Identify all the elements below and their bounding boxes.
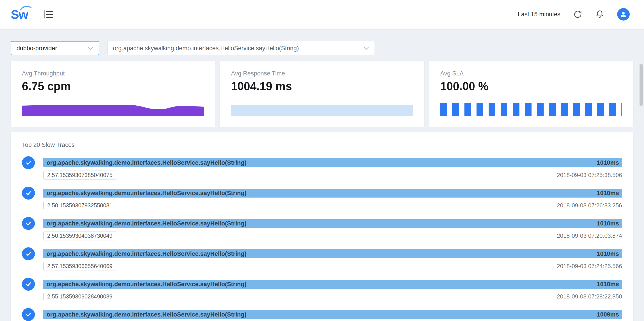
skywalking-dashboard: Sw Last 15 minutes (0, 0, 644, 321)
service-select-value: dubbo-provider (16, 45, 57, 52)
trace-duration-bar[interactable]: org.apache.skywalking.demo.interfaces.He… (44, 158, 622, 167)
trace-duration-bar[interactable]: org.apache.skywalking.demo.interfaces.He… (44, 280, 622, 289)
throughput-sparkline (22, 103, 204, 116)
trace-timestamp: 2018-09-03 07:20:03.874 (557, 232, 622, 239)
trace-meta: 2.57.15359307385040075 2018-09-03 07:25:… (44, 170, 622, 180)
user-icon (620, 10, 627, 18)
metric-value: 1004.19 ms (231, 80, 413, 93)
trace-meta: 2.55.15359309028490089 2018-09-03 07:28:… (44, 292, 622, 301)
trace-endpoint: org.apache.skywalking.demo.interfaces.He… (46, 220, 246, 227)
trace-row[interactable]: org.apache.skywalking.demo.interfaces.He… (22, 189, 622, 210)
time-range-selector[interactable]: Last 15 minutes (518, 11, 560, 18)
check-circle-icon (22, 278, 35, 291)
metric-label: Avg SLA (440, 70, 622, 77)
avg-response-time-card: Avg Response Time 1004.19 ms (220, 61, 424, 127)
app-header: Sw Last 15 minutes (0, 0, 644, 28)
trace-duration: 1010ms (597, 220, 619, 227)
avg-throughput-card: Avg Throughput 6.75 cpm (11, 61, 215, 127)
trace-duration-bar[interactable]: org.apache.skywalking.demo.interfaces.He… (44, 219, 622, 228)
trace-endpoint: org.apache.skywalking.demo.interfaces.He… (46, 190, 246, 197)
chevron-down-icon (363, 46, 369, 50)
header-left: Sw (11, 7, 54, 22)
trace-duration: 1010ms (597, 281, 619, 288)
trace-duration-bar[interactable]: org.apache.skywalking.demo.interfaces.He… (44, 189, 622, 197)
header-right: Last 15 minutes (518, 8, 630, 20)
trace-row[interactable]: org.apache.skywalking.demo.interfaces.He… (22, 310, 622, 319)
user-avatar[interactable] (617, 8, 630, 20)
trace-duration: 1009ms (597, 311, 619, 318)
trace-duration-bar[interactable]: org.apache.skywalking.demo.interfaces.He… (44, 310, 622, 319)
trace-row[interactable]: org.apache.skywalking.demo.interfaces.He… (22, 280, 622, 301)
trace-duration: 1010ms (597, 190, 619, 197)
trace-row[interactable]: org.apache.skywalking.demo.interfaces.He… (22, 249, 622, 271)
skywalking-logo[interactable]: Sw (11, 7, 28, 22)
avg-sla-card: Avg SLA 100.00 % (429, 61, 633, 127)
metric-cards: Avg Throughput 6.75 cpm Avg Response Tim… (0, 55, 644, 127)
trace-timestamp: 2018-09-03 07:25:38.506 (557, 172, 622, 178)
trace-timestamp: 2018-09-03 07:28:22.850 (557, 293, 622, 300)
menu-fold-icon[interactable] (43, 10, 54, 19)
panel-title: Top 20 Slow Traces (22, 142, 622, 149)
trace-id-chip: 2.57.15359306655640069 (44, 262, 116, 271)
check-circle-icon (22, 217, 35, 230)
metric-label: Avg Response Time (231, 70, 413, 77)
trace-timestamp: 2018-09-03 07:24:25.566 (557, 263, 622, 270)
trace-endpoint: org.apache.skywalking.demo.interfaces.He… (46, 250, 246, 257)
trace-meta: 2.50.15359307932550081 2018-09-03 07:26:… (44, 201, 622, 210)
trace-id-chip: 2.55.15359309028490089 (44, 292, 116, 301)
bell-icon[interactable] (595, 10, 604, 19)
trace-endpoint: org.apache.skywalking.demo.interfaces.He… (46, 160, 246, 166)
chevron-down-icon (88, 46, 94, 50)
trace-id-chip: 2.50.15359304038730049 (44, 231, 116, 240)
check-circle-icon (22, 247, 35, 260)
logo-divider (35, 9, 35, 19)
response-time-sparkline (231, 105, 413, 116)
trace-duration-bar[interactable]: org.apache.skywalking.demo.interfaces.He… (44, 249, 622, 258)
check-circle-icon (22, 156, 35, 169)
trace-id-chip: 2.50.15359307932550081 (44, 201, 116, 210)
trace-row[interactable]: org.apache.skywalking.demo.interfaces.He… (22, 219, 622, 240)
trace-id-chip: 2.57.15359307385040075 (44, 170, 116, 180)
trace-duration: 1010ms (597, 160, 619, 166)
slow-traces-panel: Top 20 Slow Traces org.apache.skywalking… (11, 132, 633, 321)
trace-meta: 2.50.15359304038730049 2018-09-03 07:20:… (44, 231, 622, 240)
endpoint-select-value: org.apache.skywalking.demo.interfaces.He… (113, 45, 299, 52)
trace-endpoint: org.apache.skywalking.demo.interfaces.He… (46, 311, 246, 318)
trace-meta: 2.57.15359306655640069 2018-09-03 07:24:… (44, 262, 622, 271)
trace-timestamp: 2018-09-03 07:26:33.256 (557, 202, 622, 209)
filter-toolbar: dubbo-provider org.apache.skywalking.dem… (0, 28, 644, 55)
trace-duration: 1010ms (597, 250, 619, 257)
sla-bar-sparkline (440, 103, 622, 116)
refresh-icon[interactable] (573, 10, 582, 19)
endpoint-select[interactable]: org.apache.skywalking.demo.interfaces.He… (107, 41, 375, 55)
metric-value: 6.75 cpm (22, 80, 204, 93)
trace-row[interactable]: org.apache.skywalking.demo.interfaces.He… (22, 158, 622, 180)
check-circle-icon (22, 308, 35, 321)
vertical-scrollbar-thumb[interactable] (640, 64, 643, 106)
logo-swirl-icon (20, 5, 32, 11)
trace-endpoint: org.apache.skywalking.demo.interfaces.He… (46, 281, 246, 288)
service-select[interactable]: dubbo-provider (11, 41, 99, 55)
metric-label: Avg Throughput (22, 70, 204, 77)
check-circle-icon (22, 187, 35, 200)
metric-value: 100.00 % (440, 80, 622, 93)
